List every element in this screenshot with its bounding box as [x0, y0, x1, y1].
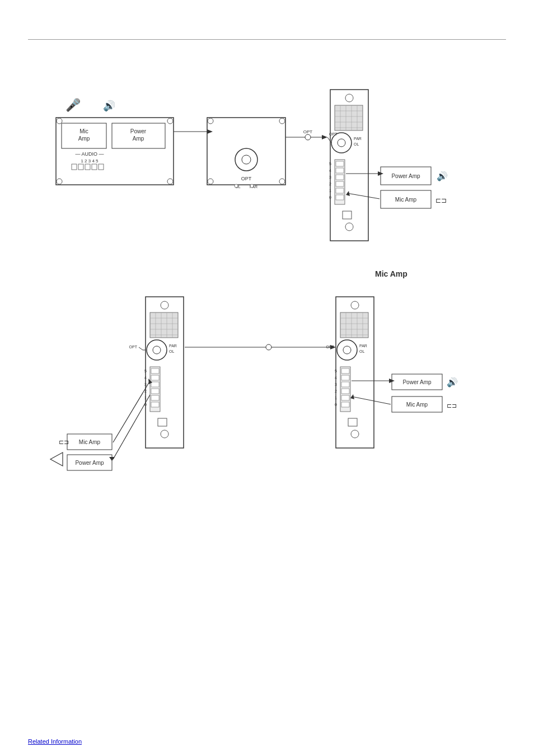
svg-point-157	[351, 430, 359, 438]
svg-text:🔊: 🔊	[437, 171, 448, 181]
svg-text:OL: OL	[354, 142, 359, 146]
svg-marker-120	[50, 452, 63, 466]
svg-text:0: 0	[329, 195, 331, 199]
svg-text:Mic Amp: Mic Amp	[79, 439, 101, 445]
svg-text:4: 4	[335, 376, 337, 380]
svg-rect-111	[158, 418, 167, 426]
svg-text:1: 1	[335, 396, 337, 400]
svg-text:OPT: OPT	[329, 132, 338, 136]
svg-text:🔊: 🔊	[103, 100, 116, 112]
svg-rect-155	[341, 402, 349, 407]
svg-text:OPT: OPT	[326, 345, 335, 349]
svg-rect-129	[340, 312, 368, 338]
svg-text:5: 5	[329, 162, 331, 166]
svg-point-31	[279, 179, 285, 184]
svg-line-121	[113, 395, 150, 459]
diagram2: OPT PAR OL 5 4 3 2 1 0 Mic Amp ⊏⊐	[22, 269, 515, 510]
svg-text:0: 0	[335, 403, 337, 407]
svg-text:OL: OL	[169, 349, 174, 353]
svg-rect-11	[72, 164, 77, 170]
svg-text:2: 2	[329, 182, 331, 186]
diagram1: 🎤 🔊 Mic Amp Power Amp — AUDIO — 1 2 3 4 …	[22, 45, 515, 246]
svg-point-128	[351, 301, 359, 309]
svg-text:— AUDIO —: — AUDIO —	[75, 151, 104, 157]
svg-text:5: 5	[144, 369, 147, 373]
svg-rect-14	[92, 164, 97, 170]
svg-text:Mic Amp: Mic Amp	[395, 197, 417, 203]
svg-text:Power Amp: Power Amp	[391, 173, 420, 179]
svg-rect-40	[335, 105, 363, 130]
svg-point-81	[161, 301, 168, 309]
svg-rect-105	[151, 368, 159, 374]
svg-rect-13	[85, 164, 90, 170]
svg-text:OPT: OPT	[303, 129, 313, 134]
svg-text:Power Amp: Power Amp	[402, 379, 432, 385]
svg-text:⊏⊐: ⊏⊐	[447, 402, 457, 409]
svg-text:Amp: Amp	[133, 136, 144, 142]
svg-point-39	[345, 94, 353, 102]
svg-point-123	[266, 344, 271, 350]
svg-text:🔊: 🔊	[447, 377, 458, 388]
svg-text:Power Amp: Power Amp	[75, 460, 104, 466]
svg-rect-68	[343, 211, 352, 219]
svg-line-96	[139, 347, 143, 350]
svg-point-139	[343, 346, 351, 354]
svg-text:1: 1	[329, 189, 331, 193]
svg-point-30	[279, 118, 285, 124]
svg-rect-64	[336, 175, 344, 180]
bottom-link[interactable]: Related Information	[28, 738, 82, 745]
top-rule	[28, 39, 506, 40]
svg-text:OPT: OPT	[241, 176, 252, 181]
svg-text:3: 3	[329, 175, 331, 179]
svg-point-50	[338, 139, 345, 147]
svg-point-28	[208, 118, 213, 124]
svg-text:PAR: PAR	[169, 344, 177, 348]
svg-rect-15	[99, 164, 104, 170]
svg-rect-151	[341, 375, 349, 380]
svg-line-116	[113, 381, 150, 442]
svg-text:OL: OL	[359, 349, 364, 353]
svg-point-69	[345, 223, 353, 231]
svg-point-26	[235, 184, 238, 188]
svg-point-19	[167, 179, 173, 184]
svg-text:🎤: 🎤	[65, 97, 81, 113]
svg-rect-12	[78, 164, 83, 170]
svg-rect-152	[341, 382, 349, 387]
svg-rect-66	[336, 188, 344, 193]
svg-text:PAR: PAR	[354, 137, 362, 141]
svg-rect-63	[336, 168, 344, 173]
svg-text:2: 2	[335, 389, 337, 393]
svg-text:⊏⊐: ⊏⊐	[435, 197, 447, 204]
svg-rect-154	[341, 395, 349, 400]
svg-point-27	[250, 184, 254, 188]
svg-point-92	[153, 346, 161, 354]
svg-rect-156	[348, 418, 357, 426]
svg-rect-65	[336, 181, 344, 186]
svg-rect-110	[151, 402, 159, 407]
svg-point-17	[57, 179, 62, 184]
svg-rect-109	[151, 395, 159, 400]
page-container: 🎤 🔊 Mic Amp Power Amp — AUDIO — 1 2 3 4 …	[0, 0, 534, 756]
svg-marker-37	[322, 135, 327, 139]
svg-point-112	[161, 430, 168, 438]
svg-text:⊏⊐: ⊏⊐	[59, 438, 69, 445]
svg-text:Mic Amp: Mic Amp	[406, 402, 428, 408]
svg-text:OPT: OPT	[129, 345, 138, 349]
svg-text:3: 3	[144, 382, 147, 386]
svg-rect-67	[336, 195, 344, 200]
svg-point-18	[167, 118, 173, 124]
svg-rect-107	[151, 382, 159, 387]
svg-rect-82	[150, 312, 178, 338]
svg-text:Power: Power	[130, 128, 147, 134]
svg-rect-106	[151, 375, 159, 380]
svg-text:Amp: Amp	[78, 136, 90, 142]
svg-text:1  2  3  4  5: 1 2 3 4 5	[81, 158, 99, 164]
svg-text:3: 3	[335, 382, 337, 386]
svg-point-35	[305, 134, 311, 140]
svg-text:4: 4	[329, 169, 331, 172]
svg-text:4: 4	[144, 376, 147, 380]
svg-rect-150	[341, 368, 349, 374]
svg-point-22	[242, 155, 251, 164]
svg-text:5: 5	[335, 369, 337, 373]
svg-rect-153	[341, 389, 349, 394]
